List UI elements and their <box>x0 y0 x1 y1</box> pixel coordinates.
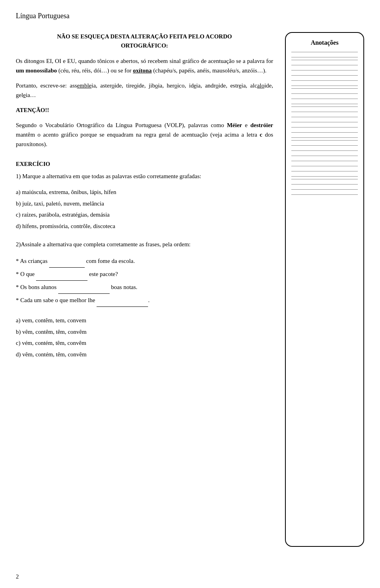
annotation-line <box>291 166 358 166</box>
paragraph-2: Portanto, escreve-se: assembleia, astero… <box>16 81 273 100</box>
option-2d: d) vêm, contém, têm, convêm <box>16 349 273 360</box>
option-2c: c) vém, contém, têm, convêm <box>16 337 273 349</box>
annotation-line <box>291 189 358 190</box>
annotation-line <box>291 99 358 99</box>
annotation-line <box>291 137 358 138</box>
option-2a: a) vem, contêm, tem, convem <box>16 315 273 326</box>
annotation-line <box>291 117 358 117</box>
annotation-line <box>291 93 358 94</box>
annotation-line <box>291 176 358 177</box>
blank-2 <box>36 280 87 281</box>
annotation-line <box>291 86 358 86</box>
annotation-line <box>291 60 358 60</box>
annotations-box: Anotações <box>285 32 364 547</box>
annotation-line <box>291 132 358 133</box>
main-content: NÃO SE ESQUEÇA DESTA ALTERAÇÃO FEITA PEL… <box>16 32 277 547</box>
blank-3 <box>58 293 110 294</box>
annotation-line <box>291 52 358 52</box>
option-1d: d) hífens, promissória, contrôle, discot… <box>16 221 273 232</box>
annotation-line <box>291 104 358 104</box>
annotation-line <box>291 179 358 179</box>
option-2b: b) vêm, contêm, têm, convêm <box>16 326 273 338</box>
blank-4 <box>97 306 148 307</box>
annotation-line <box>291 184 358 185</box>
annotation-line <box>291 107 358 107</box>
annotation-line <box>291 57 358 57</box>
page-title: Língua Portuguesa <box>16 12 364 20</box>
question-2-sentences: * As crianças com fome da escola. * O qu… <box>16 255 273 307</box>
blank-1 <box>49 267 85 268</box>
annotation-line <box>291 150 358 151</box>
annotation-line <box>291 127 358 127</box>
question-2-text: 2)Assinale a alternativa que completa co… <box>16 240 273 249</box>
annotation-line <box>291 140 358 141</box>
exercise-block: EXERCÍCIO 1) Marque a alternativa em que… <box>16 161 273 360</box>
annotations-panel: Anotações <box>285 32 364 547</box>
paragraph-3-heading: ATENÇÃO!! <box>16 105 273 115</box>
annotation-line <box>291 194 358 195</box>
question-1-options: a) maiúscula, extrema, ônibus, lápis, hí… <box>16 186 273 232</box>
annotation-line <box>291 122 358 122</box>
exercise-heading: EXERCÍCIO <box>16 161 273 167</box>
paragraph-1: Os ditongos EI, OI e EU, quando tônicos … <box>16 56 273 75</box>
annotation-line <box>291 161 358 161</box>
question-1-text: 1) Marque a alternativa em que todas as … <box>16 171 273 181</box>
option-1c: c) raízes, parábola, estratégias, demási… <box>16 209 273 221</box>
annotation-line <box>291 75 358 76</box>
paragraph-3: Segundo o Vocabulário Ortográfico da Lín… <box>16 120 273 149</box>
page-number: 2 <box>16 573 19 580</box>
annotation-line <box>291 145 358 146</box>
annotation-line <box>291 65 358 65</box>
annotation-line <box>291 80 358 81</box>
main-heading: NÃO SE ESQUEÇA DESTA ALTERAÇÃO FEITA PEL… <box>16 32 273 50</box>
annotation-line <box>291 112 358 112</box>
option-1a: a) maiúscula, extrema, ônibus, lápis, hí… <box>16 186 273 198</box>
question-2-options: a) vem, contêm, tem, convem b) vêm, cont… <box>16 315 273 360</box>
annotation-line <box>291 88 358 89</box>
annotations-title: Anotações <box>291 39 358 46</box>
annotation-line <box>291 156 358 156</box>
option-1b: b) juíz, taxi, paletó, nuvem, melância <box>16 198 273 209</box>
annotation-line <box>291 171 358 171</box>
annotation-line <box>291 70 358 70</box>
